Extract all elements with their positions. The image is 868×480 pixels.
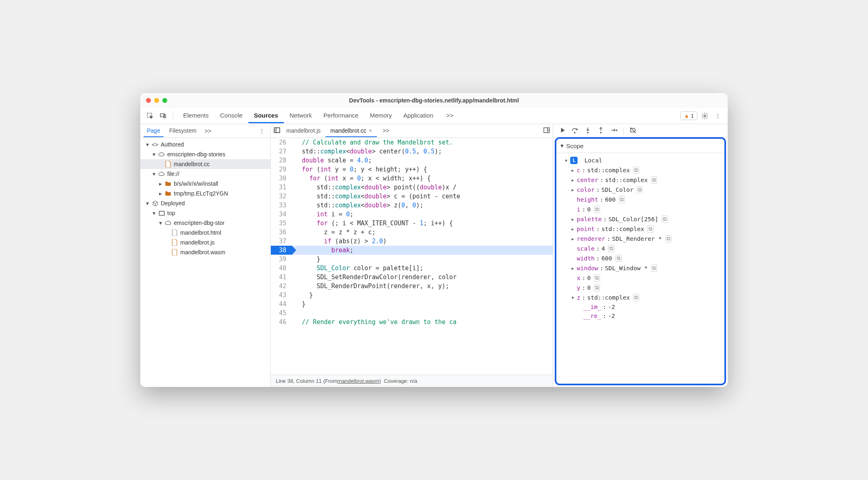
scope-variable[interactable]: height: 600⧉ [558, 195, 723, 204]
line-number[interactable]: 35 [271, 219, 292, 228]
panel-tab-elements[interactable]: Elements [177, 109, 215, 123]
panel-tab-application[interactable]: Application [398, 109, 439, 123]
scope-variable[interactable]: scale: 4⧉ [558, 244, 723, 253]
scope-variable-child[interactable]: __im_: -2 [558, 302, 723, 311]
tree-authored[interactable]: ▾<>Authored [140, 140, 270, 149]
memory-icon[interactable]: ⧉ [594, 206, 600, 213]
line-number[interactable]: 43 [271, 291, 292, 300]
tree-file-js[interactable]: mandelbrot.js [140, 238, 270, 247]
memory-icon[interactable]: ⧉ [633, 294, 639, 301]
line-number[interactable]: 28 [271, 156, 292, 165]
tree-host[interactable]: ▾emscripten-dbg-stor [140, 218, 270, 228]
navigator-menu-icon[interactable]: ⋮ [257, 126, 267, 136]
memory-icon[interactable]: ⧉ [665, 235, 671, 242]
maximize-icon[interactable] [162, 98, 167, 103]
step-over-icon[interactable] [571, 127, 578, 135]
line-number[interactable]: 29 [271, 165, 292, 174]
navigator-toggle-icon[interactable] [273, 127, 281, 135]
line-number[interactable]: 26 [271, 138, 292, 147]
source-map-link[interactable]: mandelbrot.wasm [337, 378, 379, 384]
tree-folder[interactable]: ▸b/s/w/ir/x/w/install [140, 179, 270, 189]
code-line[interactable]: 44 } [271, 300, 553, 309]
code-line[interactable]: 33 std::complex<double> z(0, 0); [271, 201, 553, 210]
memory-icon[interactable]: ⧉ [594, 284, 600, 291]
scope-variable[interactable]: ▸color: SDL_Color⧉ [558, 185, 723, 195]
scope-header[interactable]: ▾Scope [556, 139, 724, 153]
navigator-overflow[interactable]: >> [202, 126, 214, 136]
tree-host[interactable]: ▾emscripten-dbg-stories [140, 149, 270, 159]
code-line[interactable]: 28 double scale = 4.0; [271, 156, 553, 165]
memory-icon[interactable]: ⧉ [651, 176, 657, 184]
line-number[interactable]: 46 [271, 318, 292, 327]
issues-badge[interactable]: ▲ 1 [680, 111, 698, 120]
memory-icon[interactable]: ⧉ [594, 274, 600, 282]
line-number[interactable]: 41 [271, 273, 292, 282]
code-line[interactable]: 42 SDL_RenderDrawPoint(renderer, x, y); [271, 282, 553, 291]
tab-filesystem[interactable]: Filesystem [166, 125, 200, 137]
code-line[interactable]: 40 SDL_Color color = palette[i]; [271, 264, 553, 273]
code-line[interactable]: 34 int i = 0; [271, 210, 553, 219]
panel-tab-network[interactable]: Network [284, 109, 318, 123]
device-icon[interactable] [157, 110, 169, 122]
code-line[interactable]: 32 std::complex<double> c = (point - cen… [271, 192, 553, 201]
tree-deployed[interactable]: ▾Deployed [140, 198, 270, 208]
close-icon[interactable] [146, 98, 151, 103]
code-line[interactable]: 39 } [271, 255, 553, 264]
minimize-icon[interactable] [154, 98, 159, 103]
line-number[interactable]: 38 [271, 246, 292, 255]
memory-icon[interactable]: ⧉ [647, 225, 653, 233]
tree-file-scheme[interactable]: ▾file:// [140, 169, 270, 179]
gear-icon[interactable] [699, 110, 711, 122]
scope-variable[interactable]: x: 0⧉ [558, 273, 723, 283]
tree-file-wasm[interactable]: mandelbrot.wasm [140, 247, 270, 257]
line-number[interactable]: 27 [271, 147, 292, 156]
line-number[interactable]: 45 [271, 309, 292, 318]
scope-variable[interactable]: i: 0⧉ [558, 204, 723, 214]
code-line[interactable]: 46 // Render everything we've drawn to t… [271, 318, 553, 327]
scope-variable[interactable]: y: 0⧉ [558, 283, 723, 293]
tab-page[interactable]: Page [144, 125, 164, 137]
scope-variable[interactable]: ▸point: std::complex⧉ [558, 224, 723, 234]
code-line[interactable]: 36 z = z * z + c; [271, 228, 553, 237]
kebab-icon[interactable]: ⋮ [712, 110, 724, 122]
step-into-icon[interactable] [584, 127, 591, 135]
code-line[interactable]: 37 if (abs(z) > 2.0) [271, 237, 553, 246]
code-line[interactable]: 31 std::complex<double> point((double)x … [271, 183, 553, 192]
line-number[interactable]: 30 [271, 174, 292, 183]
inspect-icon[interactable] [144, 110, 156, 122]
code-line[interactable]: 26 // Calculate and draw the Mandelbrot … [271, 138, 553, 147]
scope-variable-child[interactable]: __re_: -2 [558, 311, 723, 320]
code-line[interactable]: 41 SDL_SetRenderDrawColor(renderer, colo… [271, 273, 553, 282]
scope-variable[interactable]: width: 600⧉ [558, 253, 723, 263]
step-icon[interactable] [610, 127, 618, 135]
line-number[interactable]: 44 [271, 300, 292, 309]
code-line[interactable]: 38 break; [271, 246, 553, 255]
file-tab-overflow[interactable]: >> [378, 125, 394, 137]
code-line[interactable]: 29 for (int y = 0; y < height; y++) { [271, 165, 553, 174]
file-tab[interactable]: mandelbrot.js [281, 125, 326, 137]
line-number[interactable]: 40 [271, 264, 292, 273]
tree-file-html[interactable]: mandelbrot.html [140, 228, 270, 238]
scope-variable[interactable]: ▾z: std::complex⧉ [558, 293, 723, 302]
panel-overflow[interactable]: >> [441, 109, 459, 123]
memory-icon[interactable]: ⧉ [633, 167, 639, 174]
panel-tab-performance[interactable]: Performance [318, 109, 364, 123]
scope-variable[interactable]: ▸center: std::complex⧉ [558, 175, 723, 185]
code-line[interactable]: 27 std::complex<double> center(0.5, 0.5)… [271, 147, 553, 156]
debugger-toggle-icon[interactable] [543, 127, 550, 135]
code-line[interactable]: 35 for (; i < MAX_ITER_COUNT - 1; i++) { [271, 219, 553, 228]
step-out-icon[interactable] [597, 127, 604, 135]
tree-folder[interactable]: ▸tmp/tmp.ELcTq2YGN [140, 189, 270, 198]
close-icon[interactable]: × [369, 127, 372, 134]
panel-tab-memory[interactable]: Memory [364, 109, 398, 123]
line-number[interactable]: 36 [271, 228, 292, 237]
line-number[interactable]: 34 [271, 210, 292, 219]
memory-icon[interactable]: ⧉ [651, 264, 657, 272]
memory-icon[interactable]: ⧉ [616, 255, 622, 262]
memory-icon[interactable]: ⧉ [619, 196, 625, 203]
memory-icon[interactable]: ⧉ [637, 186, 643, 193]
line-number[interactable]: 37 [271, 237, 292, 246]
code-line[interactable]: 45 [271, 309, 553, 318]
memory-icon[interactable]: ⧉ [662, 216, 668, 223]
deactivate-breakpoints-icon[interactable] [629, 127, 637, 135]
